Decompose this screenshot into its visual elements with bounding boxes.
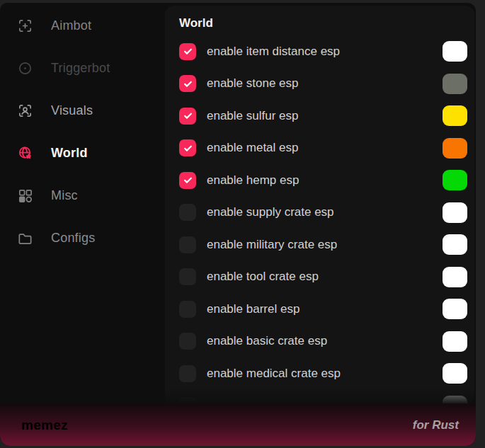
sidebar: Aimbot Triggerbot Visuals World Misc Con… <box>0 3 165 446</box>
esp-option-row: enable basic crate esp <box>165 326 474 358</box>
esp-option-row: enable sulfur esp <box>165 100 474 132</box>
sidebar-item-aimbot[interactable]: Aimbot <box>0 4 165 47</box>
checkbox-checked[interactable] <box>179 75 196 92</box>
aimbot-icon <box>17 18 33 34</box>
color-swatch[interactable] <box>443 267 467 287</box>
esp-option-label: enable tool crate esp <box>207 270 443 284</box>
color-swatch[interactable] <box>443 202 467 223</box>
color-swatch[interactable] <box>443 299 467 319</box>
esp-option-label: enable stone esp <box>207 76 443 91</box>
checkbox-unchecked[interactable] <box>179 268 196 285</box>
check-icon <box>183 143 193 154</box>
configs-icon <box>17 230 33 246</box>
cheat-menu-window: Aimbot Triggerbot Visuals World Misc Con… <box>0 3 476 446</box>
esp-option-row: enable item distance esp <box>165 35 474 68</box>
esp-option-row: enable medical crate esp <box>165 357 474 390</box>
product-name-text: for Rust <box>413 418 459 432</box>
check-icon <box>183 110 193 121</box>
checkbox-unchecked[interactable] <box>179 301 196 318</box>
checkbox-unchecked[interactable] <box>179 365 196 382</box>
esp-option-row: enable barrel esp <box>165 293 474 326</box>
check-icon <box>183 175 193 185</box>
sidebar-item-misc[interactable]: Misc <box>0 174 165 217</box>
checkbox-checked[interactable] <box>179 139 196 156</box>
check-icon <box>183 46 193 57</box>
footer-bar: memez for Rust <box>0 404 476 446</box>
color-swatch[interactable] <box>443 363 467 384</box>
panel-title: World <box>165 6 474 34</box>
world-icon <box>17 145 33 161</box>
esp-option-row: enable stone esp <box>165 68 474 100</box>
sidebar-item-label: Misc <box>51 188 78 203</box>
sidebar-item-label: Triggerbot <box>51 61 110 76</box>
checkbox-unchecked[interactable] <box>179 236 196 253</box>
sidebar-item-visuals[interactable]: Visuals <box>0 89 165 132</box>
color-swatch[interactable] <box>443 74 467 94</box>
sidebar-item-label: World <box>51 146 88 161</box>
sidebar-item-world[interactable]: World <box>0 132 165 174</box>
color-swatch[interactable] <box>443 105 467 126</box>
checkbox-checked[interactable] <box>179 108 196 125</box>
brand-logo-text: memez <box>21 418 68 433</box>
esp-option-label: enable military crate esp <box>207 238 443 252</box>
sidebar-item-triggerbot[interactable]: Triggerbot <box>0 47 165 89</box>
esp-option-row: enable hemp esp <box>165 164 474 197</box>
esp-option-label: enable basic crate esp <box>207 334 443 348</box>
checkbox-checked[interactable] <box>179 43 196 60</box>
esp-option-row: enable metal esp <box>165 132 474 165</box>
esp-option-row: enable supply crate esp <box>165 197 474 229</box>
esp-option-row: enable military crate esp <box>165 229 474 261</box>
esp-option-label: enable barrel esp <box>207 302 443 316</box>
esp-option-row <box>165 390 474 404</box>
misc-icon <box>17 188 33 204</box>
sidebar-item-configs[interactable]: Configs <box>0 217 165 259</box>
checkbox-unchecked[interactable] <box>179 204 196 221</box>
sidebar-item-label: Visuals <box>51 103 93 118</box>
color-swatch[interactable] <box>443 234 467 255</box>
esp-option-label: enable supply crate esp <box>207 205 443 219</box>
sidebar-item-label: Aimbot <box>51 18 91 33</box>
color-swatch[interactable] <box>443 170 467 190</box>
check-icon <box>183 79 193 89</box>
esp-option-label: enable metal esp <box>207 141 443 155</box>
checkbox-checked[interactable] <box>179 172 196 189</box>
color-swatch[interactable] <box>443 396 467 403</box>
esp-option-label: enable sulfur esp <box>207 109 443 123</box>
esp-option-label: enable item distance esp <box>207 45 443 59</box>
esp-option-row: enable tool crate esp <box>165 261 474 294</box>
color-swatch[interactable] <box>443 331 467 352</box>
triggerbot-icon <box>17 60 33 76</box>
sidebar-item-label: Configs <box>51 231 95 246</box>
checkbox-unchecked[interactable] <box>179 333 196 350</box>
esp-options-list: enable item distance esp enable stone es… <box>165 34 474 403</box>
esp-option-label: enable hemp esp <box>207 173 443 188</box>
color-swatch[interactable] <box>443 41 467 62</box>
esp-option-label: enable medical crate esp <box>207 367 443 381</box>
checkbox-unchecked[interactable] <box>179 397 196 403</box>
world-panel: World enable item distance esp enable st… <box>165 6 474 403</box>
color-swatch[interactable] <box>443 138 467 159</box>
visuals-icon <box>17 103 33 119</box>
